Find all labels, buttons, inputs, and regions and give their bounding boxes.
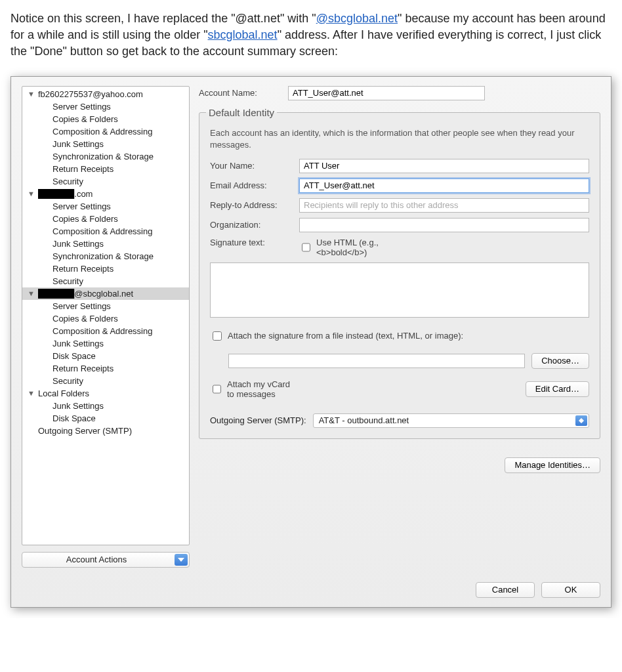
account-name-input[interactable] — [288, 86, 485, 100]
account-tree-subitem[interactable]: Security — [22, 375, 189, 387]
sidebar: ▼fb2602275537@yahoo.comServer SettingsCo… — [22, 86, 190, 568]
edit-card-button[interactable]: Edit Card… — [526, 381, 589, 397]
account-label: ██████@sbcglobal.net — [38, 289, 186, 299]
signature-textarea[interactable] — [210, 262, 589, 318]
account-settings-dialog: ▼fb2602275537@yahoo.comServer SettingsCo… — [10, 76, 612, 608]
use-html-label: Use HTML (e.g., <b>bold</b>) — [316, 238, 382, 257]
reply-to-label: Reply-to Address: — [210, 200, 293, 210]
link-sbcglobal-2[interactable]: sbcglobal.net — [208, 28, 278, 41]
disclosure-triangle-icon[interactable]: ▼ — [28, 190, 34, 198]
account-label: fb2602275537@yahoo.com — [38, 89, 186, 99]
organization-label: Organization: — [210, 220, 293, 230]
smtp-select[interactable]: AT&T - outbound.att.net — [313, 413, 589, 428]
dialog-footer: Cancel OK — [11, 576, 611, 607]
account-tree-subitem[interactable]: Synchronization & Storage — [22, 150, 189, 163]
email-address-label: Email Address: — [210, 180, 293, 190]
disclosure-triangle-icon[interactable]: ▼ — [28, 390, 34, 397]
use-html-checkbox[interactable] — [302, 243, 310, 252]
account-tree-subitem[interactable]: Composition & Addressing — [22, 325, 189, 337]
signature-file-input[interactable] — [228, 354, 525, 368]
account-tree-item[interactable]: ▼fb2602275537@yahoo.com — [22, 88, 189, 100]
account-tree-subitem[interactable]: Composition & Addressing — [22, 225, 189, 238]
account-tree[interactable]: ▼fb2602275537@yahoo.comServer SettingsCo… — [22, 86, 190, 545]
attach-vcard-checkbox[interactable] — [213, 385, 221, 394]
disclosure-triangle-icon[interactable]: ▼ — [28, 290, 34, 297]
organization-input[interactable] — [299, 218, 589, 232]
attach-vcard-row[interactable]: Attach my vCard to messages — [210, 379, 293, 399]
account-tree-subitem[interactable]: Junk Settings — [22, 337, 189, 350]
account-tree-item[interactable]: ▼Local Folders — [22, 387, 189, 400]
updown-icon — [575, 415, 587, 426]
account-tree-subitem[interactable]: Return Receipts — [22, 362, 189, 375]
your-name-input[interactable] — [299, 159, 589, 173]
manage-identities-button[interactable]: Manage Identities… — [505, 457, 600, 473]
attach-signature-row[interactable]: Attach the signature from a file instead… — [210, 329, 589, 343]
use-html-checkbox-row[interactable]: Use HTML (e.g., <b>bold</b>) — [299, 238, 382, 257]
account-tree-subitem[interactable]: Junk Settings — [22, 400, 189, 412]
account-tree-subitem[interactable]: Composition & Addressing — [22, 125, 189, 138]
account-tree-subitem[interactable]: Security — [22, 175, 189, 188]
account-tree-subitem[interactable]: Server Settings — [22, 200, 189, 213]
reply-to-input[interactable] — [299, 198, 589, 213]
account-tree-subitem[interactable]: Copies & Folders — [22, 312, 189, 325]
redacted-block: ██████ — [38, 189, 74, 199]
email-address-input[interactable] — [299, 178, 589, 193]
outgoing-server-tree-item[interactable]: Outgoing Server (SMTP) — [22, 425, 189, 437]
identity-legend: Default Identity — [206, 107, 277, 118]
intro-paragraph: Notice on this screen, I have replaced t… — [10, 10, 612, 60]
attach-vcard-label: Attach my vCard to messages — [227, 379, 293, 399]
redacted-block: ██████ — [38, 289, 74, 299]
disclosure-triangle-icon[interactable]: ▼ — [28, 91, 34, 98]
account-tree-subitem[interactable]: Copies & Folders — [22, 213, 189, 225]
account-tree-subitem[interactable]: Disk Space — [22, 350, 189, 362]
choose-button[interactable]: Choose… — [531, 353, 589, 369]
cancel-button[interactable]: Cancel — [476, 582, 535, 598]
account-actions-label: Account Actions — [66, 555, 127, 564]
account-name-label: Account Name: — [199, 88, 281, 98]
account-tree-subitem[interactable]: Synchronization & Storage — [22, 250, 189, 262]
account-label: Local Folders — [38, 388, 186, 398]
account-tree-subitem[interactable]: Copies & Folders — [22, 113, 189, 125]
ok-button[interactable]: OK — [541, 582, 600, 598]
main-panel: Account Name: Default Identity Each acco… — [199, 86, 600, 568]
account-tree-subitem[interactable]: Server Settings — [22, 100, 189, 113]
account-tree-subitem[interactable]: Server Settings — [22, 300, 189, 312]
account-tree-subitem[interactable]: Disk Space — [22, 412, 189, 425]
attach-signature-label: Attach the signature from a file instead… — [228, 331, 463, 341]
smtp-value: AT&T - outbound.att.net — [319, 415, 409, 425]
signature-text-label: Signature text: — [210, 238, 293, 247]
identity-hint: Each account has an identity, which is t… — [210, 127, 589, 151]
account-tree-subitem[interactable]: Return Receipts — [22, 262, 189, 275]
account-tree-subitem[interactable]: Junk Settings — [22, 138, 189, 150]
account-actions-dropdown[interactable]: Account Actions — [22, 552, 190, 568]
default-identity-fieldset: Default Identity Each account has an ide… — [199, 107, 600, 439]
account-tree-item[interactable]: ▼██████.com — [22, 188, 189, 200]
attach-signature-checkbox[interactable] — [213, 331, 222, 341]
account-label: ██████.com — [38, 189, 186, 199]
link-sbcglobal-1[interactable]: @sbcglobal.net — [316, 12, 398, 25]
chevron-down-icon — [175, 554, 188, 566]
account-tree-subitem[interactable]: Return Receipts — [22, 163, 189, 175]
account-tree-subitem[interactable]: Security — [22, 275, 189, 287]
account-tree-item[interactable]: ▼██████@sbcglobal.net — [22, 287, 189, 300]
your-name-label: Your Name: — [210, 161, 293, 171]
account-tree-subitem[interactable]: Junk Settings — [22, 238, 189, 250]
smtp-label: Outgoing Server (SMTP): — [210, 415, 306, 425]
